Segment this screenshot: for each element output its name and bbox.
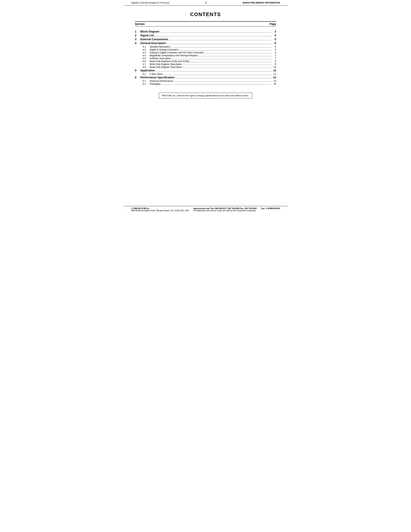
toc-main-num: 3: [135, 38, 140, 41]
header-left: Digitally Controlled Analog I/O Processo…: [131, 1, 170, 4]
toc-sub-dots: [161, 85, 271, 85]
toc-sub-title: Write Only Register Description: [150, 63, 182, 66]
toc-sub-entry: 4.6Read Only Registers (8-Bit and 16-Bit…: [143, 60, 276, 63]
toc-main-title: Application: [140, 69, 155, 72]
toc-page-num: 5: [272, 38, 276, 41]
page: Digitally Controlled Analog I/O Processo…: [123, 0, 288, 213]
toc-main-num: 6: [135, 76, 140, 79]
toc-section: 6Performance Specification146.1Electrica…: [135, 76, 276, 85]
toc-sub-entry: 4.5Software Description7: [143, 57, 276, 60]
toc-sub-entries: 5.1C-Bus Clock13: [143, 73, 276, 76]
notice-box: MX•COM, Inc. reserves the right to chang…: [159, 93, 252, 98]
toc-sub-page: 13: [272, 73, 276, 76]
toc-sub-page: 7: [272, 54, 276, 57]
footer-left-line2: 4800 Bethania Station Road, Winston-Sale…: [131, 209, 189, 212]
toc-sub-entry: 4.8Read Only Register Description13: [143, 66, 276, 68]
toc-sub-num: 4.4: [143, 54, 150, 57]
toc-page-num: 14: [272, 76, 276, 79]
toc-sub-title: Variable Attenuators: [150, 46, 170, 48]
toc-sub-entries: 6.1Electrical Performance146.2Packaging1…: [143, 80, 276, 85]
toc-sub-num: 4.8: [143, 66, 150, 68]
footer-left: © 1998 MX•COM Inc. 4800 Bethania Station…: [131, 207, 189, 212]
toc-sub-dots: [179, 50, 271, 50]
toc-main-num: 1: [135, 30, 140, 33]
toc-dots: [167, 44, 271, 44]
toc-sub-page: 6: [272, 48, 276, 51]
toc-main-entry: 6Performance Specification14: [135, 76, 276, 79]
toc-main-title: External Components: [140, 38, 168, 41]
toc-sub-title: Read Only Register Description: [150, 66, 182, 68]
toc-sub-entry: 4.1Variable Attenuators6: [143, 46, 276, 48]
toc-sub-page: 19: [272, 83, 276, 85]
toc-main-title: Block Diagram: [140, 30, 159, 33]
toc-page-num: 3: [272, 30, 276, 33]
header-page-num: 2: [206, 1, 206, 4]
toc-sub-num: 4.3: [143, 51, 150, 54]
footer-right: Doc. # 20480164.002: [261, 207, 280, 209]
toc-sub-entry: 4.7Write Only Register Description9: [143, 63, 276, 66]
toc-sub-entries: 4.1Variable Attenuators64.2Digital to An…: [143, 46, 276, 68]
toc-sub-num: 6.2: [143, 83, 150, 85]
toc-sub-entry: 6.2Packaging19: [143, 83, 276, 85]
toc-sub-title: Digital to Analog Converters: [150, 48, 178, 51]
toc-sub-title: Electrical Performance: [150, 80, 173, 82]
toc-main-title: General Description: [140, 42, 166, 45]
toc-main-title: Performance Specification: [140, 76, 175, 79]
toc-sub-page: 14: [272, 80, 276, 82]
toc-sub-dots: [174, 82, 271, 82]
toc-sub-page: 9: [272, 63, 276, 66]
toc-section: 2Signal List4: [135, 34, 276, 37]
toc-sub-entry: 6.1Electrical Performance14: [143, 80, 276, 82]
toc-sub-num: 4.2: [143, 48, 150, 51]
toc-sub-num: 4.5: [143, 57, 150, 60]
toc-section: 3External Components5: [135, 38, 276, 41]
toc-sub-num: 6.1: [143, 80, 150, 82]
toc-main-entry: 1Block Diagram3: [135, 30, 276, 33]
toc-dots: [169, 40, 271, 40]
toc-sub-title: Analog to Digital Converter and A/D Cloc…: [150, 51, 204, 54]
page-footer: © 1998 MX•COM Inc. 4800 Bethania Station…: [123, 206, 288, 213]
toc-sub-entry: 4.2Digital to Analog Converters6: [143, 48, 276, 51]
toc-sub-num: 4.1: [143, 46, 150, 48]
toc-sub-title: Packaging: [150, 83, 160, 85]
toc-sub-num: 4.7: [143, 63, 150, 66]
toc-sub-entry: 4.4Magnitude Comparators and Interrupt R…: [143, 54, 276, 57]
toc-sub-dots: [183, 68, 271, 68]
toc-sub-num: 4.6: [143, 60, 150, 63]
toc-main-num: 5: [135, 69, 140, 72]
toc-sub-page: 7: [272, 57, 276, 60]
toc-sub-page: 13: [272, 66, 276, 68]
toc-main-entry: 4General Description6: [135, 42, 276, 45]
toc-sub-title: Magnitude Comparators and Interrupt Requ…: [150, 54, 198, 57]
footer-right-line1: Doc. # 20480164.002: [261, 207, 280, 209]
toc-sub-title: Read Only Registers (8-Bit and 16-Bit): [150, 60, 189, 63]
toc-main-num: 4: [135, 42, 140, 45]
toc-sub-title: Software Description: [150, 57, 171, 60]
notice-container: MX•COM, Inc. reserves the right to chang…: [135, 89, 276, 102]
footer-center-line2: All trademarks and service marks are hel…: [192, 209, 257, 212]
toc-sub-page: 6: [272, 46, 276, 48]
main-content: CONTENTS Section Page 1Block Diagram32Si…: [123, 6, 288, 206]
toc-main-entry: 3External Components5: [135, 38, 276, 41]
toc-sub-dots: [183, 65, 271, 65]
page-header: Digitally Controlled Analog I/O Processo…: [123, 0, 288, 6]
toc-sub-dots: [198, 56, 271, 56]
toc-dots: [156, 71, 271, 71]
toc-main-entry: 2Signal List4: [135, 34, 276, 37]
footer-center: www.mxcom.com Tele: 800 638-5577 336 744…: [192, 207, 257, 212]
toc-section: 1Block Diagram3: [135, 30, 276, 33]
toc-header: Section Page: [135, 21, 276, 27]
footer-left-line1: © 1998 MX•COM Inc.: [131, 207, 189, 209]
toc-sub-dots: [205, 53, 271, 53]
page-title: CONTENTS: [135, 11, 276, 17]
toc-section: 5Application135.1C-Bus Clock13: [135, 69, 276, 76]
toc-sub-page: 6: [272, 51, 276, 54]
toc-sub-entry: 4.3Analog to Digital Converter and A/D C…: [143, 51, 276, 54]
toc-sub-dots: [190, 62, 271, 62]
toc-main-num: 2: [135, 34, 140, 37]
toc-section-label: Section: [135, 22, 145, 26]
toc-page-label: Page: [270, 22, 276, 26]
header-right: MX839 PRELIMINARY INFORMATION: [243, 1, 280, 4]
toc-sub-dots: [172, 59, 271, 59]
toc-sub-title: C-Bus Clock: [150, 73, 163, 76]
